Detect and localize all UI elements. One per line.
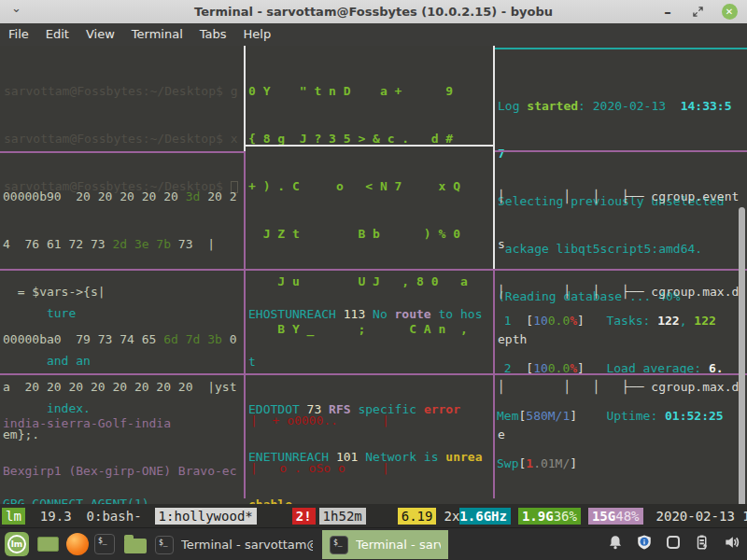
taskbar: lm $_ $_ Terminal - sarvottam@Fos… $_ Te… bbox=[0, 527, 747, 560]
distro-version: 19.3 bbox=[36, 508, 76, 525]
terminal-screen[interactable]: sarvottam@Fossbytes:~/Desktop$ g sarvott… bbox=[0, 46, 747, 504]
restore-icon bbox=[693, 7, 703, 17]
memory-indicator: 1.9G36% bbox=[518, 508, 581, 525]
system-tray bbox=[607, 528, 741, 560]
terminal-line: and an bbox=[3, 353, 149, 369]
terminal-line: sarvottam@Fossbytes:~/Desktop$ x bbox=[4, 131, 238, 147]
taskbar-window-label: Terminal - sarvottam@Fos… bbox=[181, 538, 313, 552]
show-desktop-button[interactable] bbox=[37, 528, 59, 560]
battery-icon[interactable] bbox=[694, 534, 711, 554]
menu-bar: File Edit View Terminal Tabs Help bbox=[0, 23, 747, 46]
menu-file[interactable]: File bbox=[0, 23, 37, 46]
mint-menu-button[interactable]: lm bbox=[5, 528, 29, 560]
terminal-line: india-sierra-Golf-india bbox=[3, 415, 236, 431]
clock: 2020-02-13 15:16:03 bbox=[653, 508, 747, 525]
terminal-line: Log started: 2020-02-13 14:33:5 bbox=[498, 98, 731, 114]
terminal-line: | + o0000.. | bbox=[250, 413, 389, 428]
byobu-status-bar: lm 19.3 0:bash- 1:hollywood* 2! 1h52m 6.… bbox=[0, 504, 747, 527]
volume-icon[interactable] bbox=[723, 533, 741, 555]
load-indicator: 6.19 bbox=[398, 508, 437, 525]
pane-border-vertical-2-bottom bbox=[493, 270, 495, 498]
terminal-line: Mem[580M/1] Uptime: 01:52:25 bbox=[497, 408, 724, 424]
scrollbar[interactable] bbox=[739, 207, 745, 525]
menu-help[interactable]: Help bbox=[235, 23, 280, 46]
terminal-line: Bexgirp1 (Bex-girp-ONE) Bravo-ec bbox=[3, 463, 236, 479]
pane-border-teal-top bbox=[495, 48, 747, 49]
menu-tabs[interactable]: Tabs bbox=[191, 23, 235, 46]
terminal-line: 0 Y " t n D a + 9 bbox=[248, 83, 468, 99]
terminal-line: │ │ │ ├── cgroup.event bbox=[498, 189, 739, 204]
close-button[interactable]: ✕ bbox=[715, 0, 743, 23]
pane-htop[interactable]: 1 [100.0%] Tasks: 122, 122 2 [100.0%] Lo… bbox=[497, 281, 724, 503]
pane-border-h1-left bbox=[0, 151, 244, 153]
maximize-button[interactable] bbox=[684, 0, 712, 23]
firefox-launcher[interactable] bbox=[66, 528, 89, 560]
terminal-line: 4 76 61 72 73 2d 3e 7b 73 | bbox=[3, 236, 236, 252]
menu-view[interactable]: View bbox=[78, 23, 123, 46]
pane-border-vertical-2-top bbox=[493, 46, 495, 270]
terminal-line: s bbox=[498, 236, 739, 252]
update-shield-icon[interactable] bbox=[636, 534, 653, 554]
byobu-window-1-active[interactable]: 1:hollywood* bbox=[155, 508, 257, 525]
uptime-indicator: 1h52m bbox=[319, 508, 366, 525]
terminal-line: sarvottam@Fossbytes:~/Desktop$ g bbox=[4, 83, 238, 99]
taskbar-window-2-active[interactable]: $_ Terminal - sarvottam@Fos… bbox=[322, 530, 448, 559]
distro-badge: lm bbox=[2, 508, 25, 525]
close-icon: ✕ bbox=[722, 4, 738, 20]
cpu-count: 2x bbox=[440, 508, 459, 525]
desktop-icon bbox=[37, 537, 59, 552]
cpu-frequency: 1.6GHz bbox=[459, 508, 511, 525]
menu-edit[interactable]: Edit bbox=[37, 23, 78, 46]
workspace-square-icon[interactable] bbox=[665, 534, 682, 554]
pane-border-vertical-1-top bbox=[244, 46, 246, 151]
title-bar[interactable]: ⌄ Terminal - sarvottam@Fossbytes (10.0.2… bbox=[0, 0, 747, 23]
terminal-line: Swp[1.01M/] bbox=[497, 455, 724, 471]
menu-terminal[interactable]: Terminal bbox=[123, 23, 191, 46]
mint-logo-icon: lm bbox=[5, 532, 29, 556]
taskbar-window-1[interactable]: $_ Terminal - sarvottam@Fos… bbox=[148, 530, 320, 559]
terminal-line: 1 [100.0%] Tasks: 122, 122 bbox=[497, 313, 724, 329]
terminal-line: + ) . C o < N 7 x Q bbox=[248, 178, 468, 194]
pane-border-h3 bbox=[0, 373, 747, 375]
folder-icon bbox=[124, 539, 147, 553]
byobu-window-0[interactable]: 0:bash- bbox=[83, 508, 146, 525]
terminal-launcher[interactable]: $_ bbox=[94, 528, 115, 560]
pane-border-vertical-1-bottom bbox=[244, 151, 246, 498]
pane-border-h1-middle bbox=[246, 145, 493, 147]
chevron-down-icon[interactable]: ⌄ bbox=[11, 1, 21, 15]
firefox-icon bbox=[66, 533, 89, 555]
terminal-line: 00000b90 20 20 20 20 20 3d 20 2 bbox=[3, 189, 236, 204]
disk-indicator: 15G48% bbox=[588, 508, 643, 525]
window-title: Terminal - sarvottam@Fossbytes (10.0.2.1… bbox=[0, 5, 747, 19]
terminal-line: J Z t B b ) % 0 bbox=[248, 226, 468, 242]
terminal-line: t bbox=[248, 354, 482, 370]
terminal-icon: $_ bbox=[94, 534, 115, 554]
pane-border-h1-right bbox=[495, 150, 747, 152]
taskbar-window-label: Terminal - sarvottam@Fos… bbox=[356, 538, 441, 552]
alert-badge: 2! bbox=[292, 508, 316, 525]
terminal-line: ture bbox=[3, 305, 149, 321]
minimize-button[interactable]: – bbox=[654, 0, 682, 23]
terminal-icon: $_ bbox=[330, 536, 348, 554]
files-launcher[interactable] bbox=[124, 528, 147, 560]
pane-border-h2 bbox=[0, 269, 747, 271]
terminal-line: EHOSTUNREACH 113 No route to hos bbox=[248, 306, 482, 322]
notifications-bell-icon[interactable] bbox=[607, 534, 624, 554]
terminal-icon: $_ bbox=[155, 536, 174, 554]
terminal-line: | o . oSo o | bbox=[250, 460, 389, 476]
